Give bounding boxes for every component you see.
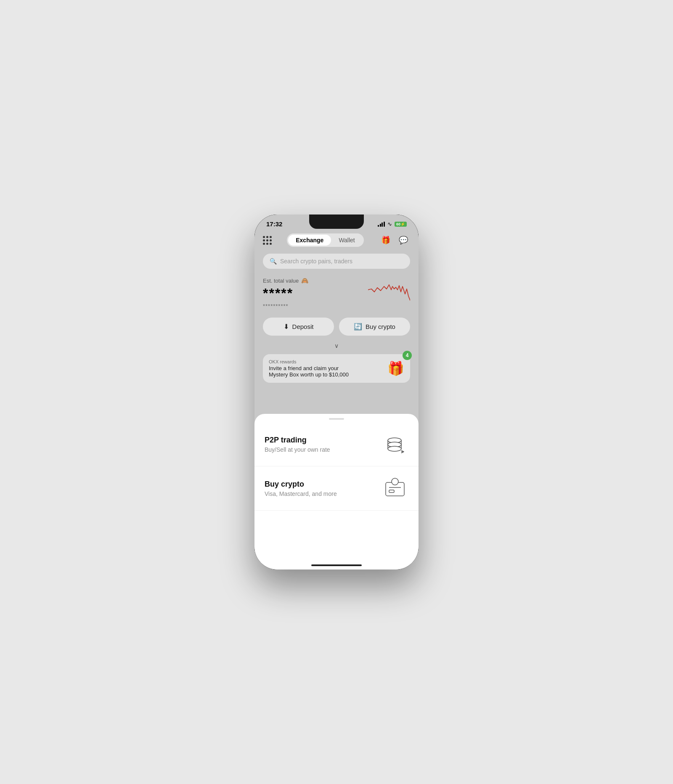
notch — [309, 215, 364, 229]
buy-crypto-item[interactable]: Buy crypto Visa, Mastercard, and more — [254, 466, 419, 511]
p2p-icon — [382, 431, 408, 458]
rewards-content: OKX rewards Invite a friend and claim yo… — [269, 359, 353, 378]
grid-menu-icon[interactable] — [263, 236, 272, 245]
wifi-icon: ∿ — [387, 221, 392, 227]
buy-crypto-card-icon — [382, 475, 408, 502]
rewards-banner[interactable]: OKX rewards Invite a friend and claim yo… — [263, 354, 410, 383]
tab-group: Exchange Wallet — [287, 233, 364, 247]
rewards-gift-icon: 🎁 — [387, 360, 404, 376]
tab-exchange[interactable]: Exchange — [288, 235, 331, 246]
deposit-label: Deposit — [292, 323, 314, 330]
rewards-badge: 4 — [403, 351, 412, 360]
expand-row[interactable]: ∨ — [254, 341, 419, 352]
portfolio-sub-value: ********** — [263, 303, 410, 309]
top-nav: Exchange Wallet 🎁 💬 — [254, 230, 419, 252]
rewards-title: Invite a friend and claim your Mystery B… — [269, 365, 353, 378]
buy-crypto-sheet-title: Buy crypto — [265, 480, 337, 489]
price-chart — [368, 277, 410, 302]
p2p-text: P2P trading Buy/Sell at your own rate — [265, 436, 330, 453]
rewards-label: OKX rewards — [269, 359, 353, 364]
deposit-button[interactable]: ⬇ Deposit — [263, 318, 334, 336]
sheet-handle[interactable] — [254, 414, 419, 422]
home-indicator — [311, 564, 362, 566]
portfolio-section: Est. total value 🙈 ***** ********** — [254, 274, 419, 314]
hide-balance-icon[interactable]: 🙈 — [301, 277, 308, 284]
message-icon[interactable]: 💬 — [397, 233, 410, 247]
p2p-subtitle: Buy/Sell at your own rate — [265, 446, 330, 453]
gift-icon[interactable]: 🎁 — [379, 233, 392, 247]
phone-frame: 17:32 ∿ 60⚡ Exch — [254, 215, 419, 569]
buy-crypto-sheet-subtitle: Visa, Mastercard, and more — [265, 490, 337, 497]
buy-crypto-button[interactable]: 🔄 Buy crypto — [339, 318, 410, 336]
svg-point-6 — [388, 446, 401, 451]
search-bar[interactable]: 🔍 Search crypto pairs, traders — [263, 254, 410, 269]
deposit-icon: ⬇ — [284, 323, 289, 331]
phone-screen: 17:32 ∿ 60⚡ Exch — [254, 215, 419, 569]
search-placeholder: Search crypto pairs, traders — [280, 258, 352, 265]
p2p-title: P2P trading — [265, 436, 330, 445]
chevron-down-icon: ∨ — [334, 342, 339, 349]
bottom-sheet: P2P trading Buy/Sell at your own rate — [254, 414, 419, 569]
action-buttons: ⬇ Deposit 🔄 Buy crypto — [254, 314, 419, 341]
search-icon: 🔍 — [270, 258, 277, 265]
svg-rect-11 — [389, 490, 394, 493]
signal-icon — [378, 222, 385, 227]
status-icons: ∿ 60⚡ — [378, 221, 407, 227]
nav-actions: 🎁 💬 — [379, 233, 410, 247]
battery-indicator: 60⚡ — [395, 222, 407, 227]
svg-point-9 — [392, 478, 398, 485]
buy-crypto-icon: 🔄 — [354, 323, 362, 331]
buy-crypto-text: Buy crypto Visa, Mastercard, and more — [265, 480, 337, 497]
p2p-trading-item[interactable]: P2P trading Buy/Sell at your own rate — [254, 422, 419, 466]
buy-crypto-label: Buy crypto — [366, 323, 395, 330]
tab-wallet[interactable]: Wallet — [331, 235, 362, 246]
handle-bar — [329, 418, 344, 420]
status-time: 17:32 — [266, 220, 282, 228]
